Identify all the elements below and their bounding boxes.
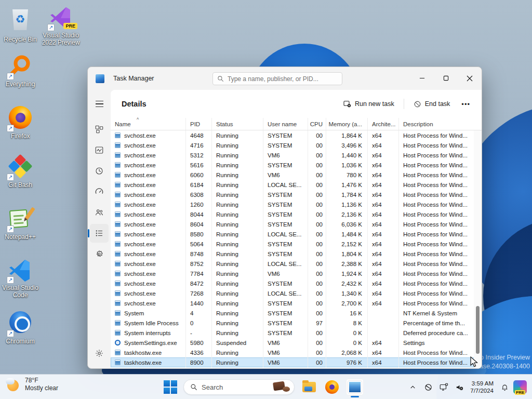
table-row[interactable]: svchost.exe6184RunningLOCAL SE...001,476… <box>111 180 482 190</box>
nav-settings[interactable] <box>90 344 109 363</box>
process-search-input[interactable]: Type a name, publisher, or PID... <box>212 72 342 85</box>
desktop-icon-git-bash[interactable]: ↗ Git Bash <box>0 155 45 189</box>
table-row[interactable]: svchost.exe5312RunningVM6001,440 Kx64Hos… <box>111 150 482 160</box>
tray-notifications[interactable] <box>497 379 512 395</box>
table-row[interactable]: svchost.exe8604RunningSYSTEM006,036 Kx64… <box>111 219 482 229</box>
table-row[interactable]: System4RunningSYSTEM0016 KNT Kernel & Sy… <box>111 308 482 318</box>
desktop-icon-firefox[interactable]: ↗ Firefox <box>0 105 45 140</box>
table-row[interactable]: taskhostw.exe8900RunningVM600976 Kx64Hos… <box>111 357 482 367</box>
taskbar-firefox[interactable] <box>323 379 341 395</box>
nav-performance[interactable] <box>90 141 109 159</box>
column-header-description[interactable]: Description <box>399 118 482 130</box>
cell-user: VM6 <box>263 338 308 348</box>
run-new-task-button[interactable]: Run new task <box>338 97 400 111</box>
table-row[interactable]: svchost.exe6308RunningSYSTEM001,784 Kx64… <box>111 190 482 200</box>
settings-gear-icon <box>95 349 104 358</box>
weather-widget[interactable]: 78°F Mostly clear <box>5 377 58 392</box>
table-row[interactable]: SystemSettings.exe5980SuspendedVM6000 Kx… <box>111 338 482 348</box>
desktop-icon-visual-studio-code[interactable]: ↗ Visual Studio Code <box>0 258 45 299</box>
column-header-status[interactable]: Status <box>212 118 263 130</box>
table-row[interactable]: taskhostw.exe4336RunningVM6002,068 Kx64H… <box>111 348 482 357</box>
table-row[interactable]: svchost.exe8044RunningSYSTEM002,136 Kx64… <box>111 209 482 219</box>
desktop-icon-everything[interactable]: ↗ Everything <box>0 54 45 88</box>
cell-arch: x64 <box>368 288 399 298</box>
cell-cpu: 00 <box>308 348 326 357</box>
maximize-button[interactable] <box>434 67 458 89</box>
cell-pid: 5312 <box>186 150 212 160</box>
table-row[interactable]: svchost.exe8472RunningSYSTEM002,432 Kx64… <box>111 278 482 288</box>
services-icon <box>95 249 104 259</box>
nav-users[interactable] <box>90 203 109 222</box>
title-bar[interactable]: Task Manager Type a name, publisher, or … <box>88 67 482 90</box>
process-icon <box>115 202 121 207</box>
end-task-icon <box>414 100 421 108</box>
more-options-button[interactable]: ••• <box>457 98 474 110</box>
cell-mem: 6,036 K <box>326 219 368 229</box>
taskbar-search[interactable]: Search <box>183 379 295 395</box>
table-row[interactable]: svchost.exe5064RunningSYSTEM002,152 Kx64… <box>111 239 482 249</box>
cell-mem: 2,152 K <box>326 239 368 249</box>
taskbar-task-manager[interactable] <box>346 379 364 395</box>
cell-user: LOCAL SE... <box>263 259 308 269</box>
table-row[interactable]: System interrupts-RunningSYSTEM000 KDefe… <box>111 328 482 338</box>
cell-desc: Host Process for Wind... <box>399 170 482 180</box>
column-header-user[interactable]: User name <box>263 118 308 130</box>
tray-volume[interactable] <box>451 379 467 395</box>
cell-name: svchost.exe <box>111 150 186 160</box>
table-row[interactable]: svchost.exe5616RunningSYSTEM001,036 Kx64… <box>111 160 482 170</box>
nav-app-history[interactable] <box>90 162 109 180</box>
table-row[interactable]: svchost.exe7784RunningVM6001,924 Kx64Hos… <box>111 269 482 278</box>
desktop-icon-visual-studio-preview[interactable]: PRE ↗ Visual Studio 2022 Preview <box>36 5 85 46</box>
cell-status: Running <box>212 328 263 338</box>
cell-arch: x64 <box>368 239 399 249</box>
cell-mem: 2,388 K <box>326 259 368 269</box>
cell-mem: 16 K <box>326 308 368 318</box>
menu-hamburger-button[interactable] <box>90 97 109 111</box>
nav-processes[interactable] <box>90 120 109 139</box>
toolbar-divider <box>404 99 404 109</box>
process-icon <box>115 221 121 227</box>
tray-network-status[interactable] <box>420 379 436 395</box>
column-header-name[interactable]: Name <box>111 118 186 130</box>
end-task-button[interactable]: End task <box>408 97 456 111</box>
close-button[interactable] <box>458 67 482 89</box>
table-row[interactable]: svchost.exe7268RunningLOCAL SE...001,340… <box>111 288 482 298</box>
desktop-icon-notepad-plus-plus[interactable]: ↗ Notepad++ <box>0 207 45 241</box>
tray-show-hidden-icons[interactable] <box>405 379 420 395</box>
tray-display[interactable] <box>436 379 451 395</box>
table-row[interactable]: svchost.exe4716RunningSYSTEM003,496 Kx64… <box>111 140 482 150</box>
column-header-memory[interactable]: Memory (a... <box>326 118 368 130</box>
taskbar-file-explorer[interactable] <box>300 379 318 395</box>
cell-mem: 2,068 K <box>326 348 368 357</box>
sort-ascending-indicator: ^ <box>137 117 139 122</box>
cell-cpu: 00 <box>308 269 326 278</box>
table-row[interactable]: svchost.exe4648RunningSYSTEM001,864 Kx64… <box>111 130 482 140</box>
vertical-scrollbar[interactable] <box>474 130 482 369</box>
cell-arch: x64 <box>368 229 399 239</box>
cell-pid: 4716 <box>186 140 212 150</box>
table-row[interactable]: svchost.exe6060RunningVM600780 Kx64Host … <box>111 170 482 180</box>
start-button[interactable] <box>163 380 178 394</box>
table-row[interactable]: System Idle Process0RunningSYSTEM978 KPe… <box>111 318 482 328</box>
scrollbar-thumb[interactable] <box>476 306 480 354</box>
table-row[interactable]: svchost.exe8752RunningLOCAL SE...002,388… <box>111 259 482 269</box>
minimize-button[interactable] <box>410 67 434 89</box>
nav-services[interactable] <box>90 245 109 263</box>
cell-name: System Idle Process <box>111 318 186 328</box>
nav-startup-apps[interactable] <box>90 182 109 201</box>
column-header-architecture[interactable]: Archite... <box>368 118 399 130</box>
column-header-pid[interactable]: PID <box>186 118 212 130</box>
column-header-cpu[interactable]: CPU <box>308 118 326 130</box>
tray-vs-preview[interactable]: PRE <box>513 380 527 394</box>
cell-cpu: 00 <box>308 200 326 209</box>
cell-pid: 8580 <box>186 229 212 239</box>
cell-name: svchost.exe <box>111 288 186 298</box>
nav-details[interactable] <box>90 224 109 243</box>
cell-status: Running <box>212 200 263 209</box>
table-row[interactable]: svchost.exe8748RunningSYSTEM001,804 Kx64… <box>111 249 482 259</box>
table-row[interactable]: svchost.exe1260RunningSYSTEM001,136 Kx64… <box>111 200 482 209</box>
tray-clock[interactable]: 3:59 AM 7/7/2024 <box>470 380 494 394</box>
desktop-icon-chromium[interactable]: ↗ Chromium <box>0 310 45 345</box>
table-row[interactable]: svchost.exe8580RunningLOCAL SE...001,484… <box>111 229 482 239</box>
table-row[interactable]: svchost.exe1440RunningSYSTEM002,700 Kx64… <box>111 298 482 308</box>
